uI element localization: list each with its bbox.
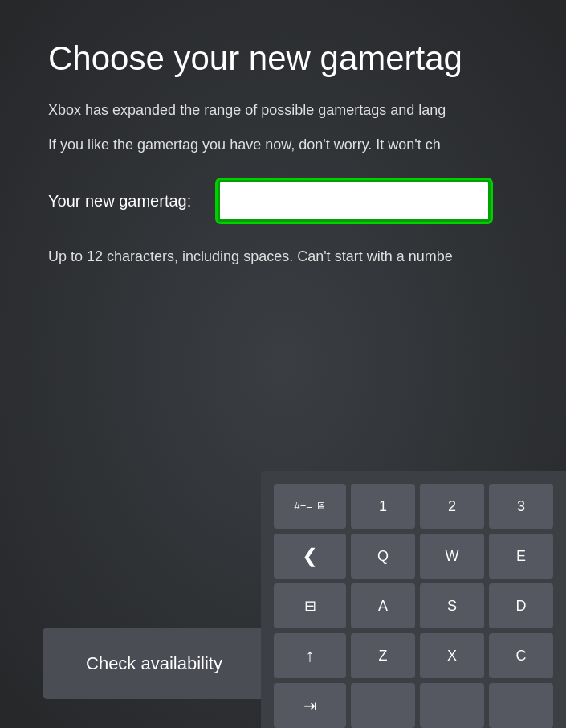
symbol-key[interactable]: #+= 🖥 (274, 484, 346, 529)
description-text-1: Xbox has expanded the range of possible … (48, 100, 518, 121)
key-1[interactable]: 1 (351, 484, 415, 529)
hint-text: Up to 12 characters, including spaces. C… (48, 246, 518, 268)
check-availability-button[interactable]: Check availability (43, 628, 266, 699)
key-e[interactable]: E (489, 534, 553, 579)
key-empty-2[interactable] (420, 683, 484, 728)
key-d[interactable]: D (489, 583, 553, 628)
key-z[interactable]: Z (351, 633, 415, 678)
description-text-2: If you like the gamertag you have now, d… (48, 134, 518, 156)
key-shift[interactable]: ↑ (274, 633, 346, 678)
key-q[interactable]: Q (351, 534, 415, 579)
gamertag-input[interactable] (218, 180, 491, 222)
gamertag-row: Your new gamertag: (48, 180, 518, 222)
key-2[interactable]: 2 (420, 484, 484, 529)
key-tab[interactable]: ⇥ (274, 683, 346, 728)
key-3[interactable]: 3 (489, 484, 553, 529)
key-c[interactable]: C (489, 633, 553, 678)
key-back[interactable]: ❮ (274, 534, 346, 579)
key-x[interactable]: X (420, 633, 484, 678)
key-s[interactable]: S (420, 583, 484, 628)
keyboard-panel: #+= 🖥 1 2 3 ❮ Q W E ⊟ A S D ↑ Z X C ⇥ (261, 471, 566, 728)
key-w[interactable]: W (420, 534, 484, 579)
main-content: Choose your new gamertag Xbox has expand… (0, 0, 566, 268)
key-special[interactable]: ⊟ (274, 583, 346, 628)
key-a[interactable]: A (351, 583, 415, 628)
page-title: Choose your new gamertag (48, 40, 518, 77)
key-empty-3[interactable] (489, 683, 553, 728)
key-empty-1[interactable] (351, 683, 415, 728)
gamertag-label: Your new gamertag: (48, 192, 205, 211)
